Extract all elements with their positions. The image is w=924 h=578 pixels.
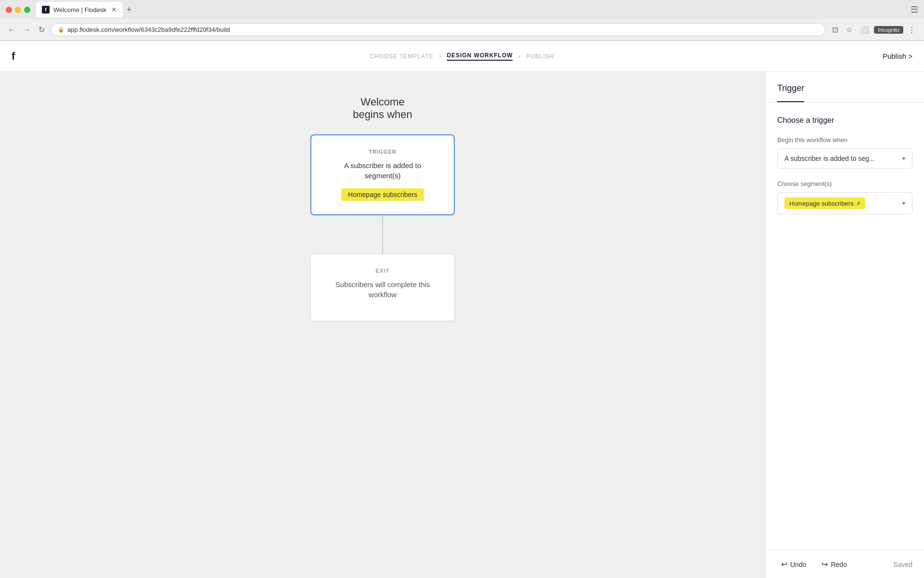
address-text: app.flodesk.com/workflow/6343c2ba9dfe222… [67, 26, 230, 33]
workflow-content: Welcome begins when TRIGGER A subscriber… [0, 72, 765, 578]
browser-chrome: f Welcome | Flodesk ✕ + ☰ ← → ↻ 🔒 app.fl… [0, 0, 924, 41]
segment-field-arrow: ▾ [902, 200, 905, 207]
begin-workflow-label: Begin this workflow when [777, 136, 912, 144]
segment-field[interactable]: Homepage subscribers × ▾ [777, 192, 912, 214]
step-arrow-2: › [518, 53, 520, 60]
redo-button[interactable]: ↪ Redo [818, 558, 850, 571]
trigger-dropdown[interactable]: A subscriber is added to seg... ▾ [777, 148, 912, 169]
undo-icon: ↩ [781, 560, 787, 569]
top-nav: f CHOOSE TEMPLATE › DESIGN WORKFLOW › PU… [0, 41, 924, 72]
browser-toolbar: ← → ↻ 🔒 app.flodesk.com/workflow/6343c2b… [0, 19, 924, 40]
segment-tag-text: Homepage subscribers [789, 200, 854, 207]
trigger-card[interactable]: TRIGGER A subscriber is added to segment… [310, 134, 455, 215]
toolbar-icons: ⊡ ☆ ⬜ Incognito ⋮ [829, 24, 918, 36]
publish-button[interactable]: Publish > [883, 52, 912, 60]
exit-card-label: EXIT [326, 268, 439, 274]
step-choose-template[interactable]: CHOOSE TEMPLATE [370, 53, 433, 60]
segment-tag-inner: Homepage subscribers × [784, 197, 865, 209]
trigger-card-description: A subscriber is added to segment(s) [327, 160, 438, 181]
workflow-title: Welcome begins when [353, 96, 412, 121]
redo-label: Redo [831, 561, 847, 568]
close-dot[interactable] [6, 7, 12, 13]
workflow-connector [382, 215, 383, 254]
browser-titlebar: f Welcome | Flodesk ✕ + ☰ [0, 0, 924, 19]
star-icon[interactable]: ☆ [843, 24, 855, 36]
saved-status: Saved [893, 561, 912, 568]
minimize-dot[interactable] [15, 7, 21, 13]
reload-button[interactable]: ↻ [37, 23, 47, 36]
browser-menu-button[interactable]: ☰ [911, 4, 918, 15]
flodesk-logo[interactable]: f [12, 50, 15, 63]
step-arrow-1: › [439, 53, 441, 60]
browser-options-icon[interactable]: ⋮ [905, 24, 918, 36]
forward-button[interactable]: → [21, 24, 33, 36]
browser-window-controls [6, 7, 30, 13]
tab-close-button[interactable]: ✕ [111, 6, 117, 13]
main-area: Welcome begins when TRIGGER A subscriber… [0, 72, 924, 578]
panel-title: Trigger [777, 83, 804, 102]
undo-label: Undo [790, 561, 806, 568]
panel-body: Choose a trigger Begin this workflow whe… [766, 103, 924, 550]
step-publish[interactable]: PUBLISH [526, 53, 554, 60]
tab-title: Welcome | Flodesk [53, 6, 106, 13]
trigger-card-label: TRIGGER [327, 149, 438, 155]
extensions-icon[interactable]: ⬜ [857, 24, 872, 36]
redo-icon: ↪ [821, 560, 828, 569]
right-panel: Trigger Choose a trigger Begin this work… [765, 72, 924, 578]
undo-button[interactable]: ↩ Undo [777, 558, 810, 571]
segment-remove-button[interactable]: × [857, 199, 860, 207]
trigger-dropdown-arrow: ▾ [902, 155, 905, 162]
step-design-workflow[interactable]: DESIGN WORKFLOW [447, 52, 513, 61]
lock-icon: 🔒 [58, 26, 64, 33]
trigger-segment-tag[interactable]: Homepage subscribers [341, 188, 424, 201]
exit-card[interactable]: EXIT Subscribers will complete this work… [310, 254, 455, 321]
trigger-dropdown-value: A subscriber is added to seg... [784, 155, 875, 162]
segment-label: Choose segment(s) [777, 180, 912, 187]
tab-favicon: f [42, 6, 50, 13]
back-button[interactable]: ← [6, 24, 17, 36]
exit-card-description: Subscribers will complete this workflow [326, 279, 439, 300]
new-tab-button[interactable]: + [127, 5, 132, 15]
app-container: f CHOOSE TEMPLATE › DESIGN WORKFLOW › PU… [0, 41, 924, 578]
panel-section-heading: Choose a trigger [777, 116, 912, 125]
workflow-canvas[interactable]: Welcome begins when TRIGGER A subscriber… [0, 72, 765, 578]
workflow-title-sub: begins when [353, 108, 412, 121]
panel-header: Trigger [766, 72, 924, 103]
panel-footer: ↩ Undo ↪ Redo Saved [766, 550, 924, 578]
incognito-badge[interactable]: Incognito [874, 26, 903, 34]
address-bar[interactable]: 🔒 app.flodesk.com/workflow/6343c2ba9dfe2… [51, 23, 825, 36]
maximize-dot[interactable] [24, 7, 30, 13]
browser-tab[interactable]: f Welcome | Flodesk ✕ [36, 2, 123, 17]
workflow-title-main: Welcome [353, 96, 412, 108]
cast-icon[interactable]: ⊡ [829, 24, 841, 36]
workflow-steps: CHOOSE TEMPLATE › DESIGN WORKFLOW › PUBL… [370, 52, 554, 61]
